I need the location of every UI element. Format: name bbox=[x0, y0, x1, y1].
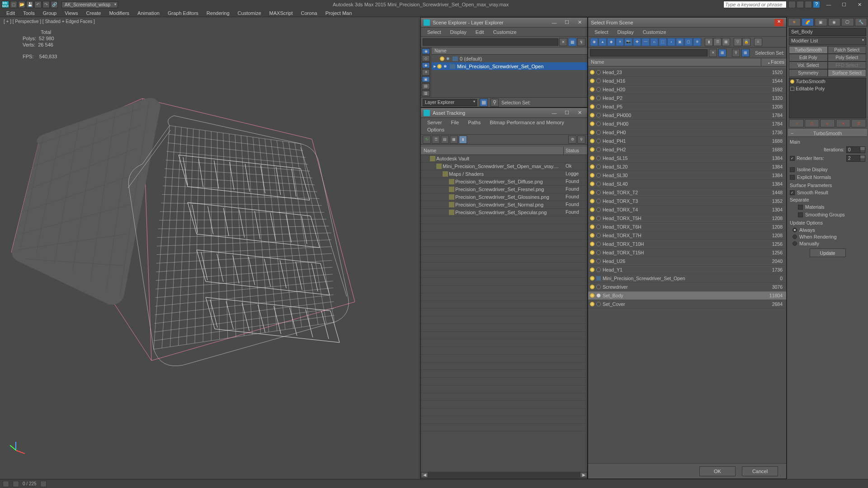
select-dot[interactable] bbox=[596, 96, 601, 100]
object-row[interactable]: Head_Y11736 bbox=[588, 266, 786, 274]
open-icon[interactable]: 📂 bbox=[18, 1, 25, 8]
clear-icon[interactable]: ✕ bbox=[559, 38, 567, 46]
modifier-list-dropdown[interactable]: Modifier List bbox=[789, 37, 866, 45]
object-row[interactable]: Head_P21320 bbox=[588, 94, 786, 103]
menu-customize[interactable]: Customize bbox=[638, 28, 671, 36]
scroll-right-icon[interactable]: ▶ bbox=[580, 472, 587, 478]
menu-edit[interactable]: Edit bbox=[3, 9, 19, 17]
display-space-icon[interactable]: ▥ bbox=[422, 90, 430, 96]
display-lights-icon[interactable]: ☀ bbox=[422, 69, 430, 75]
radio-always[interactable] bbox=[793, 228, 797, 232]
asset-row[interactable]: Maps / ShadersLogge bbox=[421, 170, 587, 178]
workspace-dropdown[interactable]: AK_Screenshot_wrksp bbox=[61, 1, 118, 8]
visibility-icon[interactable] bbox=[590, 190, 594, 195]
layer-row[interactable]: ▸ ❄ Mini_Precision_Screwdriver_Set_Open bbox=[432, 62, 587, 70]
stack-item[interactable]: TurboSmooth bbox=[789, 78, 866, 85]
star-icon[interactable] bbox=[805, 1, 812, 8]
close-icon[interactable]: ✕ bbox=[774, 19, 783, 26]
layer-row[interactable]: ❄ 0 (default) bbox=[432, 55, 587, 62]
select-dot[interactable] bbox=[596, 122, 601, 126]
visibility-icon[interactable] bbox=[590, 267, 594, 272]
spinner-iterations[interactable]: 0 bbox=[846, 146, 865, 153]
select-dot[interactable] bbox=[596, 190, 601, 195]
visibility-icon[interactable] bbox=[590, 70, 594, 75]
chk-renderiters[interactable]: ✓ bbox=[790, 156, 795, 161]
create-tab-icon[interactable]: ✳ bbox=[788, 18, 801, 26]
asset-row[interactable]: Precision_Screwdriver_Set_Specular.pngFo… bbox=[421, 209, 587, 216]
expand-icon[interactable]: ≡ bbox=[754, 38, 762, 46]
undo-icon[interactable]: ↶ bbox=[34, 1, 42, 8]
visibility-icon[interactable] bbox=[590, 250, 594, 255]
object-row[interactable]: Screwdriver3076 bbox=[588, 283, 786, 291]
minimize-button[interactable]: — bbox=[822, 2, 835, 7]
visibility-icon[interactable] bbox=[590, 225, 594, 229]
chk-smooth[interactable]: ✓ bbox=[790, 190, 795, 195]
exchange-icon[interactable] bbox=[797, 1, 804, 8]
help-icon[interactable]: ? bbox=[813, 1, 820, 8]
select-dot[interactable] bbox=[596, 250, 601, 255]
object-row[interactable]: Head_TORX_T10H1256 bbox=[588, 240, 786, 249]
select-dot[interactable] bbox=[596, 173, 601, 178]
object-row[interactable]: Head_SL201384 bbox=[588, 163, 786, 171]
maximize-button[interactable]: ☐ bbox=[837, 2, 851, 8]
menu-views[interactable]: Views bbox=[61, 9, 81, 17]
modify-tab-icon[interactable]: 🌈 bbox=[802, 18, 814, 26]
select-dot[interactable] bbox=[596, 130, 601, 135]
select-dot[interactable] bbox=[596, 164, 601, 169]
visibility-icon[interactable] bbox=[590, 104, 594, 109]
scene-explorer-window[interactable]: Scene Explorer - Layer Explorer — ☐ ✕ Se… bbox=[420, 17, 588, 108]
filter-all-icon[interactable]: ◉ bbox=[590, 38, 598, 46]
radio-render[interactable] bbox=[793, 235, 797, 239]
asset-row[interactable]: Mini_Precision_Screwdriver_Set_Open_max_… bbox=[421, 163, 587, 170]
menu-options[interactable]: Options bbox=[423, 126, 449, 133]
filter-container-icon[interactable]: ▢ bbox=[684, 38, 693, 46]
col-name[interactable]: Name bbox=[588, 58, 761, 66]
filter-xref-icon[interactable]: ▣ bbox=[676, 38, 684, 46]
link-icon[interactable]: 🔗 bbox=[51, 1, 58, 8]
filter-frozen-icon[interactable]: ❄ bbox=[693, 38, 701, 46]
menu-group[interactable]: Group bbox=[39, 9, 61, 17]
redo-icon[interactable]: ↷ bbox=[42, 1, 50, 8]
close-icon[interactable]: ✕ bbox=[575, 19, 585, 25]
asset-grid[interactable]: Name Status Autodesk VaultMini_Precision… bbox=[421, 147, 587, 471]
cancel-button[interactable]: Cancel bbox=[742, 466, 778, 476]
h-scrollbar[interactable]: ◀ ▶ bbox=[421, 471, 587, 479]
menu-modifiers[interactable]: Modifiers bbox=[105, 9, 133, 17]
chk-explicit[interactable] bbox=[790, 175, 795, 180]
select-dot[interactable] bbox=[596, 79, 601, 83]
object-row[interactable]: Head_TORX_T21448 bbox=[588, 188, 786, 197]
visibility-icon[interactable] bbox=[590, 79, 594, 83]
select-dot[interactable] bbox=[596, 233, 601, 238]
visibility-icon[interactable] bbox=[790, 80, 794, 84]
filter-geom-icon[interactable]: ▲ bbox=[599, 38, 607, 46]
menu-grapheditors[interactable]: Graph Editors bbox=[164, 9, 202, 17]
display-all-icon[interactable]: ◉ bbox=[422, 48, 430, 54]
freeze-icon[interactable]: ❄ bbox=[446, 56, 451, 61]
display-cameras-icon[interactable]: ▣ bbox=[422, 76, 430, 82]
pin-stack-icon[interactable]: ⊣ bbox=[789, 119, 804, 127]
object-row[interactable]: Head_H161544 bbox=[588, 77, 786, 85]
visibility-icon[interactable] bbox=[590, 276, 594, 281]
object-row[interactable]: Head_PH11688 bbox=[588, 137, 786, 145]
menu-rendering[interactable]: Rendering bbox=[203, 9, 233, 17]
asset-tracking-window[interactable]: Asset Tracking — ☐ ✕ Server File Paths B… bbox=[420, 108, 588, 479]
menu-select[interactable]: Select bbox=[423, 28, 446, 36]
object-row[interactable]: Mini_Precision_Screwdriver_Set_Open0 bbox=[588, 274, 786, 283]
clear-icon[interactable]: ✕ bbox=[709, 49, 717, 57]
select-dot[interactable] bbox=[596, 225, 601, 229]
visibility-icon[interactable] bbox=[590, 122, 594, 126]
visibility-icon[interactable] bbox=[590, 242, 594, 246]
object-row[interactable]: Head_TORX_T15H1256 bbox=[588, 249, 786, 257]
stack-item[interactable]: Editable Poly bbox=[789, 85, 866, 93]
column-name[interactable]: Name bbox=[432, 47, 587, 55]
view-mode-icon[interactable]: ▦ bbox=[568, 38, 576, 46]
rollout-header[interactable]: TurboSmooth bbox=[788, 129, 867, 137]
minimize-icon[interactable]: — bbox=[549, 20, 559, 25]
table-icon[interactable]: ▦ bbox=[450, 136, 458, 144]
sel-filter-icon[interactable]: ▽ bbox=[734, 38, 742, 46]
object-list[interactable]: Head_231520Head_H161544Head_H201592Head_… bbox=[588, 68, 786, 463]
object-row[interactable]: Head_PH001784 bbox=[588, 120, 786, 128]
display-row-icon[interactable]: ☰ bbox=[713, 38, 722, 46]
freeze-icon[interactable]: ❄ bbox=[443, 64, 448, 69]
visibility-icon[interactable] bbox=[590, 285, 594, 289]
